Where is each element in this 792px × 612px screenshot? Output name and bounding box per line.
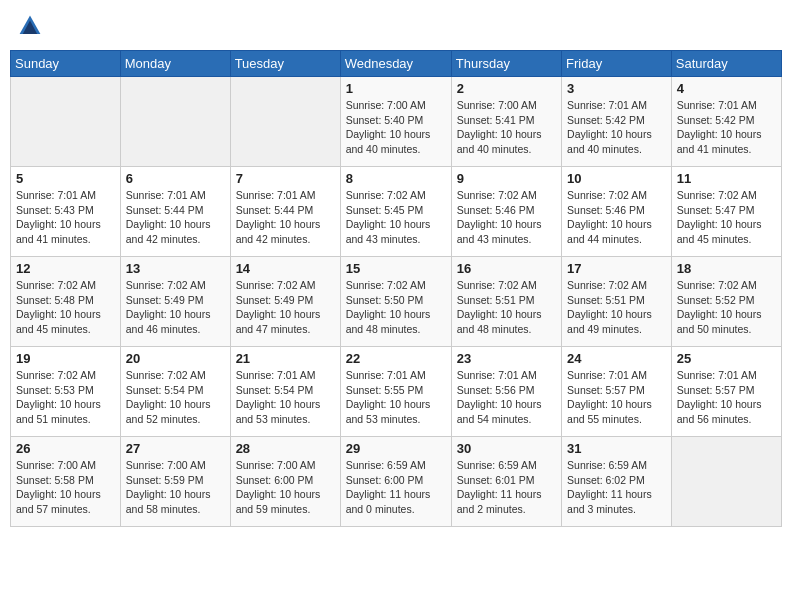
calendar-cell: 13Sunrise: 7:02 AMSunset: 5:49 PMDayligh… [120,257,230,347]
day-number: 30 [457,441,556,456]
calendar-cell [230,77,340,167]
calendar-cell: 4Sunrise: 7:01 AMSunset: 5:42 PMDaylight… [671,77,781,167]
day-info: Sunrise: 7:02 AMSunset: 5:45 PMDaylight:… [346,188,446,247]
day-info: Sunrise: 6:59 AMSunset: 6:01 PMDaylight:… [457,458,556,517]
calendar-table: SundayMondayTuesdayWednesdayThursdayFrid… [10,50,782,527]
calendar-cell: 31Sunrise: 6:59 AMSunset: 6:02 PMDayligh… [562,437,672,527]
day-info: Sunrise: 7:02 AMSunset: 5:49 PMDaylight:… [236,278,335,337]
calendar-cell: 9Sunrise: 7:02 AMSunset: 5:46 PMDaylight… [451,167,561,257]
day-info: Sunrise: 7:01 AMSunset: 5:42 PMDaylight:… [567,98,666,157]
day-header-tuesday: Tuesday [230,51,340,77]
calendar-cell: 29Sunrise: 6:59 AMSunset: 6:00 PMDayligh… [340,437,451,527]
day-number: 28 [236,441,335,456]
calendar-cell: 15Sunrise: 7:02 AMSunset: 5:50 PMDayligh… [340,257,451,347]
calendar-cell: 30Sunrise: 6:59 AMSunset: 6:01 PMDayligh… [451,437,561,527]
day-info: Sunrise: 7:01 AMSunset: 5:57 PMDaylight:… [677,368,776,427]
day-number: 5 [16,171,115,186]
day-info: Sunrise: 7:02 AMSunset: 5:47 PMDaylight:… [677,188,776,247]
day-number: 21 [236,351,335,366]
day-header-wednesday: Wednesday [340,51,451,77]
day-info: Sunrise: 7:00 AMSunset: 5:41 PMDaylight:… [457,98,556,157]
day-number: 13 [126,261,225,276]
calendar-cell: 10Sunrise: 7:02 AMSunset: 5:46 PMDayligh… [562,167,672,257]
calendar-week-5: 26Sunrise: 7:00 AMSunset: 5:58 PMDayligh… [11,437,782,527]
day-info: Sunrise: 7:01 AMSunset: 5:44 PMDaylight:… [126,188,225,247]
day-info: Sunrise: 7:01 AMSunset: 5:43 PMDaylight:… [16,188,115,247]
calendar-cell [120,77,230,167]
day-info: Sunrise: 7:00 AMSunset: 6:00 PMDaylight:… [236,458,335,517]
calendar-cell: 11Sunrise: 7:02 AMSunset: 5:47 PMDayligh… [671,167,781,257]
day-info: Sunrise: 7:02 AMSunset: 5:46 PMDaylight:… [457,188,556,247]
calendar-week-2: 5Sunrise: 7:01 AMSunset: 5:43 PMDaylight… [11,167,782,257]
day-info: Sunrise: 7:02 AMSunset: 5:46 PMDaylight:… [567,188,666,247]
day-info: Sunrise: 7:02 AMSunset: 5:53 PMDaylight:… [16,368,115,427]
calendar-cell: 28Sunrise: 7:00 AMSunset: 6:00 PMDayligh… [230,437,340,527]
day-number: 6 [126,171,225,186]
logo-icon [18,14,42,38]
logo [18,14,46,38]
day-number: 1 [346,81,446,96]
day-number: 31 [567,441,666,456]
day-info: Sunrise: 6:59 AMSunset: 6:00 PMDaylight:… [346,458,446,517]
calendar-cell: 21Sunrise: 7:01 AMSunset: 5:54 PMDayligh… [230,347,340,437]
day-number: 4 [677,81,776,96]
calendar-week-3: 12Sunrise: 7:02 AMSunset: 5:48 PMDayligh… [11,257,782,347]
day-info: Sunrise: 7:02 AMSunset: 5:54 PMDaylight:… [126,368,225,427]
day-number: 23 [457,351,556,366]
day-number: 11 [677,171,776,186]
day-number: 3 [567,81,666,96]
calendar-cell: 27Sunrise: 7:00 AMSunset: 5:59 PMDayligh… [120,437,230,527]
calendar-cell: 12Sunrise: 7:02 AMSunset: 5:48 PMDayligh… [11,257,121,347]
day-info: Sunrise: 7:01 AMSunset: 5:57 PMDaylight:… [567,368,666,427]
day-number: 7 [236,171,335,186]
day-info: Sunrise: 7:00 AMSunset: 5:59 PMDaylight:… [126,458,225,517]
day-number: 22 [346,351,446,366]
page-header [10,10,782,42]
calendar-cell: 1Sunrise: 7:00 AMSunset: 5:40 PMDaylight… [340,77,451,167]
day-number: 18 [677,261,776,276]
calendar-cell: 3Sunrise: 7:01 AMSunset: 5:42 PMDaylight… [562,77,672,167]
calendar-week-1: 1Sunrise: 7:00 AMSunset: 5:40 PMDaylight… [11,77,782,167]
calendar-cell: 5Sunrise: 7:01 AMSunset: 5:43 PMDaylight… [11,167,121,257]
day-info: Sunrise: 7:01 AMSunset: 5:42 PMDaylight:… [677,98,776,157]
calendar-cell: 17Sunrise: 7:02 AMSunset: 5:51 PMDayligh… [562,257,672,347]
day-info: Sunrise: 7:02 AMSunset: 5:51 PMDaylight:… [567,278,666,337]
day-number: 10 [567,171,666,186]
day-number: 20 [126,351,225,366]
calendar-cell [671,437,781,527]
day-number: 17 [567,261,666,276]
day-number: 19 [16,351,115,366]
day-number: 27 [126,441,225,456]
day-header-friday: Friday [562,51,672,77]
day-info: Sunrise: 7:02 AMSunset: 5:50 PMDaylight:… [346,278,446,337]
day-number: 2 [457,81,556,96]
day-info: Sunrise: 7:02 AMSunset: 5:49 PMDaylight:… [126,278,225,337]
calendar-cell: 22Sunrise: 7:01 AMSunset: 5:55 PMDayligh… [340,347,451,437]
calendar-cell: 6Sunrise: 7:01 AMSunset: 5:44 PMDaylight… [120,167,230,257]
calendar-cell: 26Sunrise: 7:00 AMSunset: 5:58 PMDayligh… [11,437,121,527]
day-info: Sunrise: 7:01 AMSunset: 5:55 PMDaylight:… [346,368,446,427]
calendar-cell: 25Sunrise: 7:01 AMSunset: 5:57 PMDayligh… [671,347,781,437]
day-info: Sunrise: 6:59 AMSunset: 6:02 PMDaylight:… [567,458,666,517]
day-number: 15 [346,261,446,276]
day-number: 24 [567,351,666,366]
day-number: 12 [16,261,115,276]
calendar-cell: 8Sunrise: 7:02 AMSunset: 5:45 PMDaylight… [340,167,451,257]
calendar-cell: 24Sunrise: 7:01 AMSunset: 5:57 PMDayligh… [562,347,672,437]
calendar-cell: 19Sunrise: 7:02 AMSunset: 5:53 PMDayligh… [11,347,121,437]
day-number: 16 [457,261,556,276]
day-info: Sunrise: 7:01 AMSunset: 5:56 PMDaylight:… [457,368,556,427]
day-info: Sunrise: 7:01 AMSunset: 5:44 PMDaylight:… [236,188,335,247]
day-info: Sunrise: 7:02 AMSunset: 5:51 PMDaylight:… [457,278,556,337]
day-header-monday: Monday [120,51,230,77]
day-info: Sunrise: 7:01 AMSunset: 5:54 PMDaylight:… [236,368,335,427]
day-number: 8 [346,171,446,186]
day-info: Sunrise: 7:02 AMSunset: 5:48 PMDaylight:… [16,278,115,337]
calendar-cell: 18Sunrise: 7:02 AMSunset: 5:52 PMDayligh… [671,257,781,347]
calendar-cell [11,77,121,167]
day-number: 14 [236,261,335,276]
day-header-sunday: Sunday [11,51,121,77]
day-header-thursday: Thursday [451,51,561,77]
calendar-week-4: 19Sunrise: 7:02 AMSunset: 5:53 PMDayligh… [11,347,782,437]
day-number: 25 [677,351,776,366]
